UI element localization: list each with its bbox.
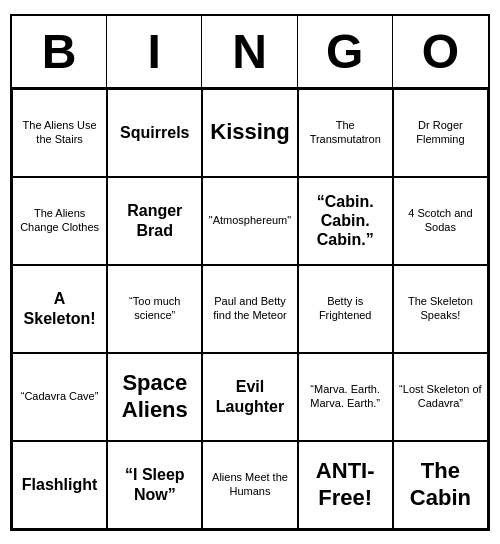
bingo-cell-21[interactable]: “I Sleep Now”	[107, 441, 202, 529]
cell-text-3: The Transmutatron	[303, 119, 388, 145]
cell-text-8: “Cabin. Cabin. Cabin.”	[303, 192, 388, 250]
cell-text-23: ANTI-Free!	[303, 458, 388, 511]
bingo-cell-2[interactable]: Kissing	[202, 89, 297, 177]
bingo-cell-13[interactable]: Betty is Frightened	[298, 265, 393, 353]
cell-text-14: The Skeleton Speaks!	[398, 295, 483, 321]
bingo-cell-9[interactable]: 4 Scotch and Sodas	[393, 177, 488, 265]
bingo-cell-23[interactable]: ANTI-Free!	[298, 441, 393, 529]
cell-text-4: Dr Roger Flemming	[398, 119, 483, 145]
bingo-cell-14[interactable]: The Skeleton Speaks!	[393, 265, 488, 353]
cell-text-0: The Aliens Use the Stairs	[17, 119, 102, 145]
bingo-cell-22[interactable]: Aliens Meet the Humans	[202, 441, 297, 529]
cell-text-11: “Too much science”	[112, 295, 197, 321]
cell-text-12: Paul and Betty find the Meteor	[207, 295, 292, 321]
bingo-cell-8[interactable]: “Cabin. Cabin. Cabin.”	[298, 177, 393, 265]
bingo-letter-i: I	[107, 16, 202, 87]
bingo-cell-4[interactable]: Dr Roger Flemming	[393, 89, 488, 177]
cell-text-17: Evil Laughter	[207, 377, 292, 415]
bingo-cell-12[interactable]: Paul and Betty find the Meteor	[202, 265, 297, 353]
cell-text-20: Flashlight	[22, 475, 98, 494]
bingo-letter-b: B	[12, 16, 107, 87]
cell-text-15: “Cadavra Cave”	[21, 390, 99, 403]
bingo-cell-15[interactable]: “Cadavra Cave”	[12, 353, 107, 441]
cell-text-21: “I Sleep Now”	[112, 465, 197, 503]
cell-text-22: Aliens Meet the Humans	[207, 471, 292, 497]
bingo-header: BINGO	[12, 16, 488, 89]
bingo-cell-16[interactable]: Space Aliens	[107, 353, 202, 441]
bingo-cell-7[interactable]: "Atmosphereum"	[202, 177, 297, 265]
bingo-card: BINGO The Aliens Use the StairsSquirrels…	[10, 14, 490, 531]
cell-text-2: Kissing	[210, 119, 289, 145]
cell-text-1: Squirrels	[120, 123, 189, 142]
bingo-cell-3[interactable]: The Transmutatron	[298, 89, 393, 177]
cell-text-19: “Lost Skeleton of Cadavra”	[398, 383, 483, 409]
bingo-letter-o: O	[393, 16, 488, 87]
bingo-cell-20[interactable]: Flashlight	[12, 441, 107, 529]
bingo-cell-6[interactable]: Ranger Brad	[107, 177, 202, 265]
cell-text-24: The Cabin	[398, 458, 483, 511]
cell-text-6: Ranger Brad	[112, 201, 197, 239]
cell-text-10: A Skeleton!	[17, 289, 102, 327]
cell-text-9: 4 Scotch and Sodas	[398, 207, 483, 233]
bingo-letter-n: N	[202, 16, 297, 87]
bingo-cell-10[interactable]: A Skeleton!	[12, 265, 107, 353]
bingo-cell-24[interactable]: The Cabin	[393, 441, 488, 529]
bingo-cell-11[interactable]: “Too much science”	[107, 265, 202, 353]
bingo-cell-19[interactable]: “Lost Skeleton of Cadavra”	[393, 353, 488, 441]
bingo-letter-g: G	[298, 16, 393, 87]
bingo-cell-18[interactable]: “Marva. Earth. Marva. Earth.”	[298, 353, 393, 441]
cell-text-13: Betty is Frightened	[303, 295, 388, 321]
bingo-cell-1[interactable]: Squirrels	[107, 89, 202, 177]
bingo-grid: The Aliens Use the StairsSquirrelsKissin…	[12, 89, 488, 529]
cell-text-7: "Atmosphereum"	[209, 214, 291, 227]
bingo-cell-5[interactable]: The Aliens Change Clothes	[12, 177, 107, 265]
cell-text-5: The Aliens Change Clothes	[17, 207, 102, 233]
cell-text-16: Space Aliens	[112, 370, 197, 423]
bingo-cell-0[interactable]: The Aliens Use the Stairs	[12, 89, 107, 177]
bingo-cell-17[interactable]: Evil Laughter	[202, 353, 297, 441]
cell-text-18: “Marva. Earth. Marva. Earth.”	[303, 383, 388, 409]
